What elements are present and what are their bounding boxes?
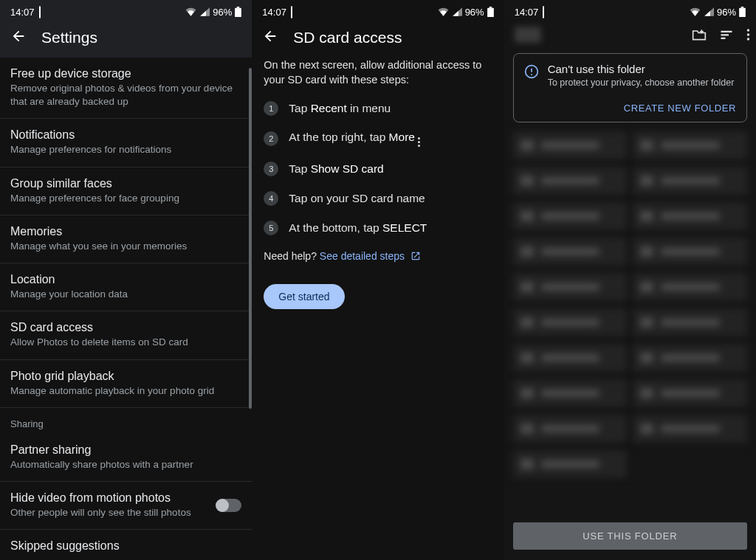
- svg-rect-2: [487, 8, 494, 17]
- toggle-switch[interactable]: [216, 499, 241, 512]
- path-label-blurred: [515, 27, 541, 43]
- step-1: 1 Tap Recent in menu: [264, 101, 492, 116]
- folder-item[interactable]: [513, 450, 628, 478]
- app-bar: Settings: [0, 21, 252, 58]
- wifi-icon: [690, 7, 701, 16]
- signal-icon: [199, 7, 210, 16]
- battery-icon: [487, 7, 494, 17]
- folder-item[interactable]: [633, 273, 747, 301]
- back-icon[interactable]: [10, 28, 27, 47]
- svg-point-10: [747, 33, 749, 35]
- step-number: 3: [264, 162, 278, 176]
- signal-icon: [452, 7, 462, 16]
- get-started-button[interactable]: Get started: [264, 284, 344, 309]
- help-link[interactable]: See detailed steps: [320, 250, 405, 262]
- more-icon: [418, 137, 420, 147]
- folder-picker-panel: 14:07 96% Can't use this folder To prote…: [504, 0, 756, 560]
- step-3: 3 Tap Show SD card: [264, 162, 492, 176]
- step-number: 2: [264, 131, 278, 146]
- step-2: 2 At the top right, tap More: [264, 131, 492, 147]
- folder-item[interactable]: [633, 308, 747, 336]
- setting-hide-video[interactable]: Hide video from motion photos Other peop…: [0, 482, 252, 530]
- setting-location[interactable]: Location Manage your location data: [0, 263, 252, 311]
- top-bar: [504, 21, 756, 49]
- folder-item[interactable]: [633, 379, 747, 407]
- status-time: 14:07: [262, 7, 286, 18]
- status-bar: 14:07 96%: [0, 0, 252, 21]
- svg-rect-3: [489, 7, 492, 8]
- setting-group-faces[interactable]: Group similar faces Manage preferences f…: [0, 167, 252, 215]
- info-icon: [524, 64, 539, 88]
- folder-item[interactable]: [513, 131, 628, 159]
- folder-item[interactable]: [513, 238, 628, 266]
- help-text: Need help? See detailed steps: [264, 250, 492, 263]
- image-icon: [543, 7, 544, 18]
- warning-card: Can't use this folder To protect your pr…: [513, 53, 747, 122]
- setting-memories[interactable]: Memories Manage what you see in your mem…: [0, 215, 252, 263]
- section-sharing: Sharing: [0, 408, 252, 434]
- status-bar: 14:07 96%: [504, 0, 756, 21]
- new-folder-icon[interactable]: [692, 28, 707, 41]
- folder-item[interactable]: [633, 167, 747, 195]
- app-bar: SD card access: [252, 21, 504, 58]
- battery-percent: 96%: [213, 7, 232, 18]
- folder-item[interactable]: [513, 379, 628, 407]
- folder-item[interactable]: [513, 308, 628, 336]
- folder-item[interactable]: [633, 344, 747, 372]
- external-link-icon: [410, 251, 421, 263]
- status-bar: 14:07 96%: [252, 0, 504, 21]
- folder-item[interactable]: [513, 167, 628, 195]
- back-icon[interactable]: [262, 28, 278, 47]
- svg-rect-8: [721, 38, 725, 39]
- folder-item[interactable]: [513, 273, 628, 301]
- setting-notifications[interactable]: Notifications Manage preferences for not…: [0, 119, 252, 167]
- svg-rect-5: [741, 7, 744, 8]
- page-title: SD card access: [293, 29, 402, 46]
- sort-icon[interactable]: [720, 30, 733, 40]
- svg-rect-6: [721, 31, 732, 32]
- setting-free-up-storage[interactable]: Free up device storage Remove original p…: [0, 58, 252, 119]
- wifi-icon: [185, 7, 196, 16]
- page-title: Settings: [41, 29, 97, 46]
- folder-item[interactable]: [633, 202, 747, 230]
- folder-item[interactable]: [633, 415, 747, 443]
- folder-item[interactable]: [513, 344, 628, 372]
- status-time: 14:07: [515, 7, 539, 18]
- sd-card-access-panel: 14:07 96% SD card access On the next scr…: [252, 0, 504, 560]
- create-new-folder-button[interactable]: CREATE NEW FOLDER: [624, 103, 736, 114]
- setting-photo-grid-playback[interactable]: Photo grid playback Manage automatic pla…: [0, 360, 252, 408]
- svg-rect-0: [235, 8, 241, 17]
- folder-item[interactable]: [633, 238, 747, 266]
- use-this-folder-button[interactable]: USE THIS FOLDER: [513, 522, 747, 550]
- step-number: 5: [264, 221, 278, 235]
- svg-rect-4: [739, 8, 746, 17]
- setting-partner-sharing[interactable]: Partner sharing Automatically share phot…: [0, 434, 252, 482]
- more-icon[interactable]: [746, 28, 750, 41]
- intro-text: On the next screen, allow additional acc…: [264, 58, 492, 88]
- signal-icon: [704, 7, 714, 16]
- step-4: 4 Tap on your SD card name: [264, 191, 492, 206]
- setting-skipped-suggestions[interactable]: Skipped suggestions: [0, 530, 252, 553]
- svg-point-9: [747, 29, 749, 31]
- battery-icon: [235, 7, 241, 17]
- folder-item[interactable]: [513, 415, 628, 443]
- step-number: 1: [264, 101, 278, 116]
- status-time: 14:07: [10, 7, 35, 18]
- folder-list-blurred: [513, 131, 747, 485]
- step-5: 5 At the bottom, tap SELECT: [264, 221, 492, 235]
- card-subtitle: To protect your privacy, choose another …: [548, 77, 735, 88]
- folder-item[interactable]: [513, 202, 628, 230]
- image-icon: [291, 7, 292, 18]
- image-icon: [39, 7, 41, 18]
- svg-rect-7: [721, 34, 729, 35]
- svg-point-14: [531, 74, 532, 75]
- battery-percent: 96%: [717, 7, 736, 18]
- battery-icon: [739, 7, 746, 17]
- wifi-icon: [438, 7, 449, 16]
- battery-percent: 96%: [465, 7, 484, 18]
- svg-rect-1: [237, 7, 240, 8]
- card-title: Can't use this folder: [548, 63, 735, 75]
- setting-sd-card-access[interactable]: SD card access Allow Photos to delete it…: [0, 311, 252, 359]
- step-number: 4: [264, 191, 278, 206]
- folder-item[interactable]: [633, 131, 747, 159]
